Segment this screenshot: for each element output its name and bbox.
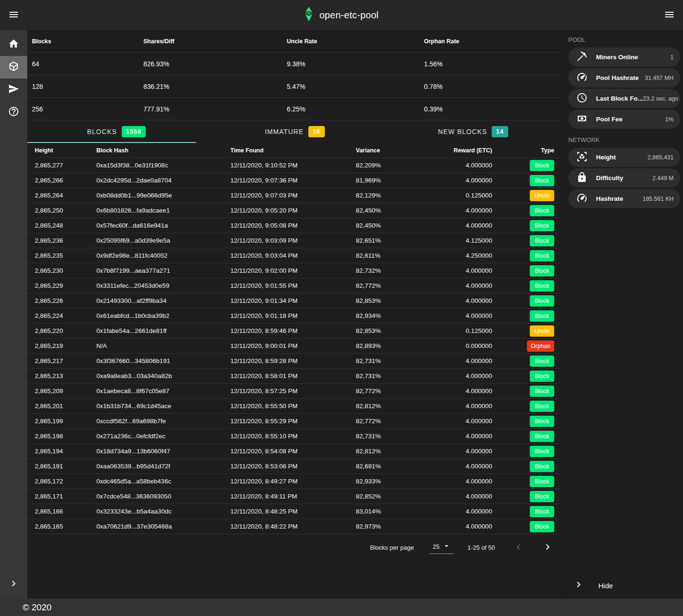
cell-variance: 81,969% <box>356 177 410 184</box>
nav-help[interactable] <box>0 101 27 124</box>
cell-type: Block <box>492 265 562 276</box>
table-row: 2,865,229 0x3311efec...20453d0e59 12/11/… <box>27 278 562 293</box>
cell-variance: 82,209% <box>356 162 410 169</box>
table-row: 2,865,277 0xa15d3f38...0e31f1908c 12/11/… <box>27 158 562 173</box>
next-page-button[interactable] <box>542 541 553 554</box>
left-menu-button[interactable] <box>4 6 23 24</box>
cell-block-hash: 0x3f367660...345806b191 <box>96 357 230 364</box>
cell-block-hash: 0xa15d3f38...0e31f1908c <box>96 162 230 169</box>
cell-type: Block <box>492 280 562 292</box>
stats-cell-uncle-rate: 5.47% <box>287 83 424 90</box>
stats-cell-shares-diff: 777.91% <box>143 105 287 113</box>
cell-block-hash: 0x7cdce548...3636093050 <box>96 493 230 500</box>
network-difficulty-card: Difficulty 2.449 M <box>568 168 680 188</box>
cell-height: 2,865,213 <box>27 372 96 379</box>
stats-row: 64 826.93% 9.38% 1.56% <box>27 53 562 75</box>
cell-time-found: 12/11/2020, 9:07:36 PM <box>230 177 356 184</box>
chevron-left-icon <box>513 541 524 554</box>
cell-height: 2,865,236 <box>27 237 96 244</box>
right-menu-button[interactable] <box>660 6 679 24</box>
tab-blocks-label: BLOCKS <box>87 128 117 135</box>
table-row: 2,865,165 0xa70621d9...37e305468a 12/11/… <box>27 519 562 534</box>
type-badge: Block <box>530 160 554 171</box>
blocks-header-row: Height Block Hash Time Found Variance Re… <box>27 143 562 158</box>
cell-variance: 82,973% <box>356 523 410 530</box>
cell-variance: 82,731% <box>356 357 410 364</box>
stats-cell-orphan-rate: 0.39% <box>424 105 562 113</box>
per-page-select[interactable]: 25 <box>430 541 454 554</box>
cell-time-found: 12/11/2020, 8:59:28 PM <box>230 357 356 364</box>
cell-type: Uncle <box>492 325 562 337</box>
app-bar: open-etc-pool <box>0 0 683 30</box>
app-root: open-etc-pool <box>0 0 683 616</box>
app-title: open-etc-pool <box>319 10 378 21</box>
cell-reward: 4.250000 <box>410 252 492 259</box>
cell-height: 2,865,264 <box>27 192 96 199</box>
stats-cell-blocks: 256 <box>32 105 143 113</box>
pool-last-block-card: Last Block Fo... 23.2 sec. ago <box>568 89 680 108</box>
table-row: 2,865,250 0x6b801826...fa9adcaee1 12/11/… <box>27 203 562 218</box>
network-difficulty-label: Difficulty <box>596 174 623 182</box>
table-row: 2,865,171 0x7cdce548...3636093050 12/11/… <box>27 489 562 504</box>
type-badge: Block <box>530 401 554 412</box>
stats-cell-orphan-rate: 0.78% <box>424 83 562 90</box>
nav-payments[interactable] <box>0 79 27 101</box>
chevron-right-icon <box>8 578 19 591</box>
cell-block-hash: 0xaa063539...b95d41d72f <box>96 463 230 470</box>
prev-page-button[interactable] <box>513 541 524 554</box>
table-row: 2,865,224 0x61eabfcd...1b0cba39b2 12/11/… <box>27 308 562 324</box>
cell-variance: 82,611% <box>356 252 410 259</box>
nav-home[interactable] <box>0 33 27 56</box>
type-badge: Block <box>530 521 554 532</box>
cell-block-hash: 0x57fec60f...da616e941a <box>96 222 230 229</box>
table-row: 2,865,201 0x1b31b734...69c1d45ace 12/11/… <box>27 399 562 414</box>
network-height-label: Height <box>596 154 616 161</box>
cell-block-hash: 0x1b31b734...69c1d45ace <box>96 403 230 410</box>
type-badge: Uncle <box>530 190 554 201</box>
cell-block-hash: 0xa9a8eab3...03a340a82b <box>96 372 230 379</box>
cell-height: 2,865,166 <box>27 508 96 515</box>
cell-variance: 82,772% <box>356 418 410 425</box>
type-badge: Block <box>530 371 554 382</box>
cell-variance: 82,812% <box>356 403 410 410</box>
pool-fee-label: Pool Fee <box>596 116 622 123</box>
network-height-value: 2,865,431 <box>647 154 674 161</box>
cell-height: 2,865,165 <box>27 523 96 530</box>
cell-block-hash: 0x1aebeca8...8f67c05e87 <box>96 387 230 395</box>
cell-block-hash: 0xccdf562f...69a698b7fe <box>96 418 230 425</box>
tab-blocks-count-badge: 1558 <box>122 126 146 137</box>
nav-blocks[interactable] <box>0 56 27 79</box>
cell-block-hash: 0xdc465d5a...a58beb436c <box>96 478 230 485</box>
type-badge: Block <box>530 250 554 261</box>
cell-block-hash: N/A <box>96 342 230 349</box>
type-badge: Block <box>530 235 554 246</box>
type-badge: Block <box>530 295 554 307</box>
table-row: 2,865,264 0xb08dd0b1...99e066d95e 12/11/… <box>27 188 562 203</box>
cell-reward: 4.000000 <box>410 387 492 395</box>
pool-last-block-value: 23.2 sec. ago <box>643 95 678 102</box>
copyright-text: © 2020 <box>23 602 52 613</box>
cell-reward: 4.000000 <box>410 403 492 410</box>
cell-type: Block <box>492 491 562 502</box>
main-content: Blocks Shares/Diff Uncle Rate Orphan Rat… <box>27 30 562 599</box>
tab-blocks[interactable]: BLOCKS 1558 <box>27 120 205 143</box>
rail-expand-button[interactable] <box>0 575 27 594</box>
cell-variance: 82,732% <box>356 267 410 274</box>
cell-block-hash: 0x61eabfcd...1b0cba39b2 <box>96 312 230 319</box>
cell-height: 2,865,266 <box>27 177 96 184</box>
hide-sidebar-button[interactable]: Hide <box>563 575 683 596</box>
type-badge: Block <box>530 476 554 487</box>
pool-hashrate-label: Pool Hashrate <box>596 74 639 81</box>
tab-immature[interactable]: IMMATURE 16 <box>205 120 384 143</box>
blocks-tabs: BLOCKS 1558 IMMATURE 16 NEW BLOCKS 14 <box>27 120 562 143</box>
table-row: 2,865,209 0x1aebeca8...8f67c05e87 12/11/… <box>27 384 562 399</box>
table-row: 2,865,226 0x21493300...af2ff9ba34 12/11/… <box>27 293 562 308</box>
cell-block-hash: 0xb08dd0b1...99e066d95e <box>96 192 230 199</box>
pool-hashrate-value: 31.457 MH <box>645 75 674 81</box>
cell-type: Block <box>492 310 562 322</box>
tab-new-blocks[interactable]: NEW BLOCKS 14 <box>384 120 562 143</box>
cell-time-found: 12/11/2020, 8:54:08 PM <box>230 448 356 455</box>
type-badge: Block <box>530 205 554 216</box>
type-badge: Orphan <box>527 340 554 352</box>
cell-variance: 82,852% <box>356 493 410 500</box>
